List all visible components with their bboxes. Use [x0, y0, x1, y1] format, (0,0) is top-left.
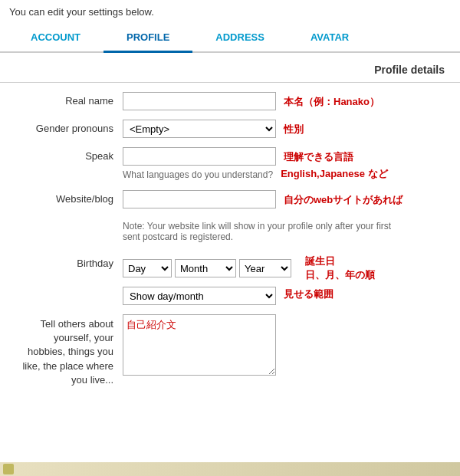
section-title: Profile details — [374, 64, 445, 76]
website-wrap: 自分のwebサイトがあれば — [123, 190, 445, 208]
website-label: Website/blog — [15, 190, 123, 205]
tab-profile[interactable]: PROFILE — [104, 24, 192, 53]
birthday-wrap: Day 123 Month JanuaryFebruaryMarch April… — [123, 254, 445, 305]
speak-label: Speak — [15, 147, 123, 162]
birthday-row: Birthday Day 123 Month JanuaryFebruaryMa… — [0, 254, 460, 305]
tab-account[interactable]: ACCOUNT — [8, 24, 104, 53]
website-note: Note: Your website link will show in you… — [123, 218, 399, 245]
birthday-month-select[interactable]: Month JanuaryFebruaryMarch AprilMayJune … — [175, 259, 236, 277]
section-header: Profile details — [0, 61, 460, 83]
birthday-annotation2: 日、月、年の順 — [305, 268, 375, 282]
birthday-selects: Day 123 Month JanuaryFebruaryMarch April… — [123, 259, 291, 277]
gender-pronouns-row: Gender pronouns <Empty> He/Him She/Her T… — [0, 120, 460, 138]
website-annotation: 自分のwebサイトがあれば — [284, 192, 402, 207]
speak-input[interactable] — [123, 147, 276, 166]
speak-hint: What languages do you understand? — [123, 169, 273, 180]
website-note-row: Note: Your website link will show in you… — [0, 218, 460, 245]
gender-pronouns-annotation: 性別 — [284, 121, 304, 136]
gender-pronouns-select[interactable]: <Empty> He/Him She/Her They/Them — [123, 120, 276, 138]
gender-pronouns-label: Gender pronouns — [15, 120, 123, 134]
top-notice: You can edit your settings below. — [0, 0, 460, 24]
real-name-input[interactable] — [123, 92, 276, 110]
speak-wrap: 理解できる言語 What languages do you understand… — [123, 147, 445, 181]
profile-content: Profile details Real name 本名（例：Hanako） G… — [0, 53, 460, 404]
speak-annotation: 理解できる言語 — [284, 149, 353, 164]
real-name-label: Real name — [15, 92, 123, 107]
birthday-annotation1: 誕生日 — [305, 254, 375, 268]
tab-address[interactable]: ADDRESS — [192, 24, 288, 53]
tab-avatar[interactable]: AVATAR — [288, 24, 372, 53]
real-name-annotation: 本名（例：Hanako） — [284, 94, 380, 109]
top-notice-text: You can edit your settings below. — [9, 6, 154, 18]
about-textarea[interactable]: 自己紹介文 — [123, 314, 276, 376]
speak-annotation2: English,Japanese など — [281, 166, 387, 181]
website-row: Website/blog 自分のwebサイトがあれば — [0, 190, 460, 208]
birthday-show-select[interactable]: Show day/month Show month/year Show year… — [123, 287, 276, 305]
about-label: Tell others about yourself, your hobbies… — [15, 314, 123, 387]
gender-pronouns-wrap: <Empty> He/Him She/Her They/Them 性別 — [123, 120, 445, 138]
birthday-label: Birthday — [15, 254, 123, 269]
birthday-annotations: 誕生日 日、月、年の順 — [299, 254, 375, 282]
about-wrap: 自己紹介文 — [123, 314, 445, 376]
real-name-row: Real name 本名（例：Hanako） — [0, 92, 460, 110]
website-input[interactable] — [123, 190, 276, 208]
speak-row: Speak 理解できる言語 What languages do you unde… — [0, 147, 460, 181]
tab-bar: ACCOUNT PROFILE ADDRESS AVATAR — [0, 24, 460, 53]
about-row: Tell others about yourself, your hobbies… — [0, 314, 460, 387]
birthday-year-select[interactable]: Year 2000199919901980 — [239, 259, 291, 277]
real-name-wrap: 本名（例：Hanako） — [123, 92, 445, 110]
birthday-annotation3: 見せる範囲 — [284, 286, 334, 301]
birthday-day-select[interactable]: Day 123 — [123, 259, 172, 277]
